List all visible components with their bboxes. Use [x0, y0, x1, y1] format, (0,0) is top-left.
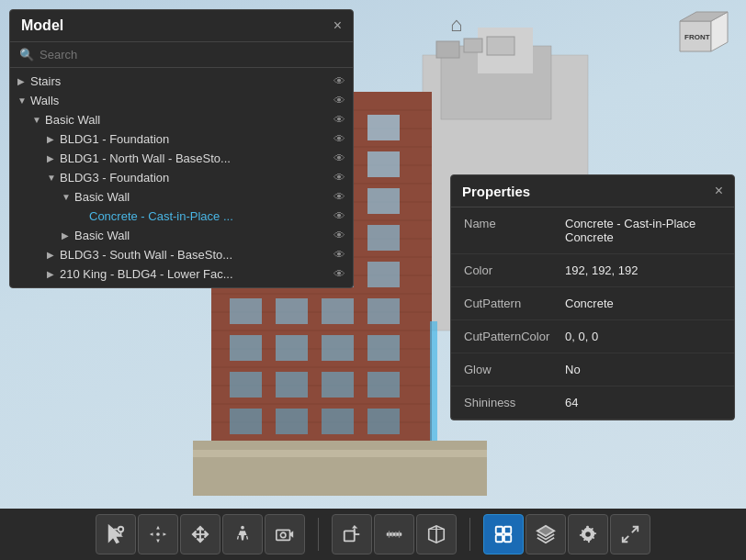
- tool-measure[interactable]: [374, 514, 414, 554]
- svg-rect-91: [496, 527, 503, 533]
- tree-item-bldg3-foundation[interactable]: ▼BLDG3 - Foundation👁: [10, 168, 353, 187]
- svg-point-70: [119, 527, 124, 532]
- svg-rect-55: [276, 372, 308, 398]
- search-input[interactable]: [40, 48, 344, 62]
- eye-icon[interactable]: 👁: [333, 74, 345, 88]
- tool-select[interactable]: [96, 514, 136, 554]
- tool-box-select[interactable]: [332, 514, 372, 554]
- svg-rect-54: [230, 372, 262, 398]
- search-icon: 🔍: [19, 48, 34, 62]
- tree-item-bldg1-foundation[interactable]: ▶BLDG1 - Foundation👁: [10, 129, 353, 149]
- tool-fullscreen[interactable]: [610, 514, 650, 554]
- toolbar-group-navigate: [90, 514, 311, 554]
- eye-icon[interactable]: 👁: [333, 229, 345, 242]
- prop-row-color: Color192, 192, 192: [451, 254, 734, 287]
- home-icon[interactable]: ⌂: [450, 13, 462, 37]
- svg-rect-29: [367, 115, 400, 140]
- eye-icon[interactable]: 👁: [333, 132, 345, 146]
- tree-label: Concrete - Cast-in-Place ...: [89, 209, 328, 223]
- tool-settings[interactable]: [568, 514, 608, 554]
- svg-rect-60: [322, 409, 354, 434]
- tool-pan[interactable]: [138, 514, 178, 554]
- prop-row-name: NameConcrete - Cast-in-Place Concrete: [451, 207, 734, 254]
- svg-text:FRONT: FRONT: [684, 33, 710, 41]
- prop-row-cutpattern: CutPatternConcrete: [451, 287, 734, 320]
- prop-value: 0, 0, 0: [565, 330, 721, 343]
- prop-value: No: [565, 363, 721, 376]
- svg-rect-92: [504, 527, 511, 533]
- svg-rect-94: [504, 535, 511, 542]
- toolbar: [0, 509, 746, 560]
- properties-header: Properties ×: [451, 175, 734, 207]
- eye-icon[interactable]: 👁: [333, 151, 345, 165]
- svg-rect-48: [322, 298, 354, 324]
- tree-item-basic-wall-3[interactable]: ▶Basic Wall👁: [10, 226, 353, 245]
- toolbar-sep-2: [469, 518, 470, 551]
- svg-rect-41: [367, 225, 400, 251]
- prop-key: Glow: [464, 363, 565, 376]
- tree-item-bldg1-north[interactable]: ▶BLDG1 - North Wall - BaseSto...👁: [10, 149, 353, 168]
- tree-label: BLDG3 - South Wall - BaseSto...: [60, 248, 328, 262]
- tree-item-210-king[interactable]: ▶210 King - BLDG4 - Lower Fac...👁: [10, 264, 353, 284]
- tree-arrow: ▶: [47, 134, 60, 144]
- tree-item-basic-wall-2[interactable]: ▼Basic Wall👁: [10, 187, 353, 207]
- prop-key: CutPattern: [464, 297, 565, 310]
- tool-move[interactable]: [180, 514, 220, 554]
- properties-panel: Properties × NameConcrete - Cast-in-Plac…: [450, 174, 735, 420]
- eye-icon[interactable]: 👁: [333, 267, 345, 281]
- svg-marker-81: [352, 525, 357, 529]
- prop-value: Concrete: [565, 297, 721, 310]
- svg-rect-50: [230, 335, 262, 361]
- eye-icon[interactable]: 👁: [333, 171, 345, 185]
- svg-rect-56: [322, 372, 354, 398]
- prop-value: 192, 192, 192: [565, 263, 721, 277]
- svg-rect-61: [367, 409, 400, 434]
- svg-rect-59: [276, 409, 308, 434]
- svg-marker-95: [537, 526, 554, 536]
- search-bar: 🔍: [10, 42, 353, 68]
- eye-icon[interactable]: 👁: [333, 113, 345, 127]
- tree-container[interactable]: ▶Stairs👁▼Walls👁▼Basic Wall👁▶BLDG1 - Foun…: [10, 68, 353, 287]
- tree-item-stairs[interactable]: ▶Stairs👁: [10, 72, 353, 91]
- eye-icon[interactable]: 👁: [333, 248, 345, 262]
- tree-arrow: ▶: [47, 269, 60, 279]
- tool-section[interactable]: [416, 514, 457, 554]
- tree-item-basic-wall-1[interactable]: ▼Basic Wall👁: [10, 110, 353, 129]
- tree-label: Basic Wall: [45, 113, 328, 127]
- tool-walk[interactable]: [222, 514, 263, 554]
- tool-structure[interactable]: [483, 514, 524, 554]
- eye-icon[interactable]: 👁: [333, 209, 345, 223]
- svg-rect-77: [277, 530, 290, 540]
- tool-camera[interactable]: [265, 514, 305, 554]
- svg-rect-63: [193, 441, 487, 496]
- svg-rect-51: [276, 335, 308, 361]
- model-panel-close[interactable]: ×: [333, 17, 342, 34]
- prop-row-cutpatterncolor: CutPatternColor0, 0, 0: [451, 320, 734, 353]
- tree-arrow: ▶: [17, 76, 30, 86]
- properties-close[interactable]: ×: [715, 183, 723, 199]
- toolbar-group-view: [478, 514, 656, 554]
- tree-arrow: ▶: [47, 153, 60, 163]
- tree-arrow: ▼: [32, 115, 45, 125]
- tree-item-concrete-cast[interactable]: Concrete - Cast-in-Place ...👁: [10, 207, 353, 226]
- svg-rect-6: [487, 37, 514, 55]
- svg-rect-53: [367, 335, 400, 361]
- tree-label: Basic Wall: [74, 190, 328, 204]
- model-panel-title: Model: [21, 17, 63, 34]
- tree-arrow: ▼: [17, 95, 30, 106]
- tool-layers[interactable]: [526, 514, 566, 554]
- eye-icon[interactable]: 👁: [333, 94, 345, 107]
- tree-label: Basic Wall: [74, 229, 328, 242]
- prop-key: Shininess: [464, 396, 565, 409]
- tree-arrow: ▼: [62, 192, 74, 202]
- tree-item-bldg3-south[interactable]: ▶BLDG3 - South Wall - BaseSto...👁: [10, 245, 353, 264]
- prop-value: 64: [565, 396, 721, 409]
- nav-cube[interactable]: FRONT: [671, 7, 733, 62]
- svg-rect-33: [367, 151, 400, 177]
- tree-label: BLDG1 - North Wall - BaseSto...: [60, 151, 328, 165]
- tree-item-walls[interactable]: ▼Walls👁: [10, 91, 353, 110]
- svg-rect-64: [193, 450, 487, 457]
- eye-icon[interactable]: 👁: [333, 190, 345, 204]
- svg-point-96: [585, 532, 591, 537]
- tree-label: BLDG1 - Foundation: [60, 132, 328, 146]
